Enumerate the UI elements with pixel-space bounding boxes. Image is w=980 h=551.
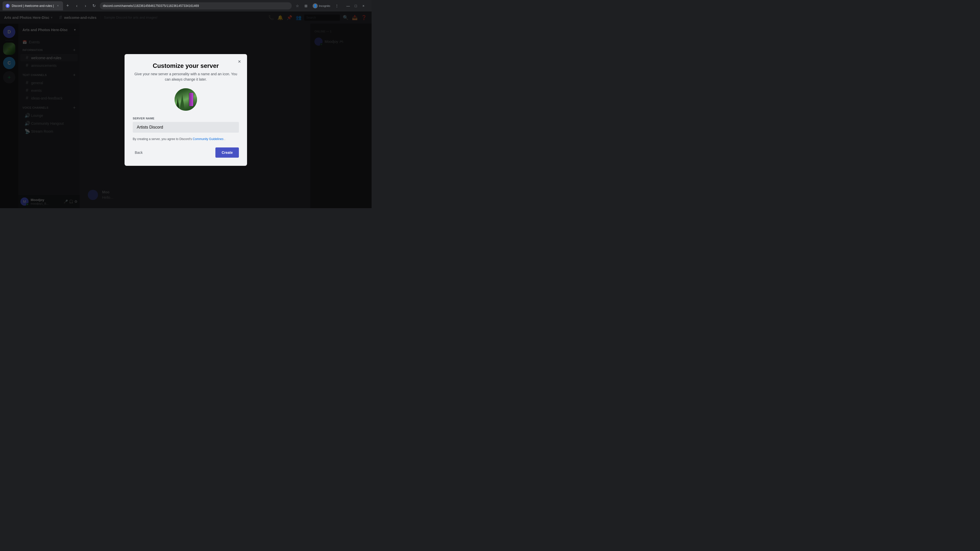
address-bar[interactable]: discord.com/channels/1182361456461750375… bbox=[100, 2, 292, 10]
tab-title: Discord | #welcome-and-rules | bbox=[12, 4, 54, 8]
forward-button[interactable]: › bbox=[82, 2, 89, 10]
tab-favicon: D bbox=[6, 4, 10, 8]
community-guidelines-link[interactable]: Community Guidelines bbox=[192, 137, 224, 141]
back-button[interactable]: Back bbox=[133, 148, 145, 157]
back-button[interactable]: ‹ bbox=[73, 2, 80, 10]
modal-subtitle: Give your new server a personality with … bbox=[133, 71, 239, 82]
tab-bar: D Discord | #welcome-and-rules | × + bbox=[3, 0, 71, 11]
browser-chrome: D Discord | #welcome-and-rules | × + ‹ ›… bbox=[0, 0, 372, 11]
new-tab-button[interactable]: + bbox=[64, 2, 71, 10]
modal-close-button[interactable]: × bbox=[236, 58, 243, 65]
incognito-badge: 👤 Incognito bbox=[311, 3, 332, 8]
discord-app: Arts and Photos Here-Disc ▾ # welcome-an… bbox=[0, 11, 372, 208]
modal-title: Customize your server bbox=[153, 62, 219, 69]
minimize-button[interactable]: — bbox=[345, 2, 352, 10]
browser-nav: ‹ › ↻ bbox=[71, 2, 100, 10]
server-avatar-book-spine bbox=[189, 93, 193, 106]
window-controls: — □ × bbox=[342, 2, 369, 10]
customize-server-modal: × Customize your server Give your new se… bbox=[124, 54, 247, 166]
agree-text: By creating a server, you agree to Disco… bbox=[133, 137, 225, 141]
more-button[interactable]: ⋮ bbox=[333, 2, 340, 10]
refresh-button[interactable]: ↻ bbox=[91, 2, 98, 10]
server-name-label: SERVER NAME bbox=[133, 117, 154, 120]
close-window-button[interactable]: × bbox=[360, 2, 367, 10]
modal-footer: Back Create bbox=[133, 148, 239, 158]
extensions-button[interactable]: ⊞ bbox=[302, 2, 310, 10]
modal-overlay: × Customize your server Give your new se… bbox=[0, 11, 372, 208]
address-text: discord.com/channels/1182361456461750375… bbox=[103, 4, 289, 8]
create-button[interactable]: Create bbox=[215, 148, 239, 158]
star-button[interactable]: ☆ bbox=[294, 2, 301, 10]
active-tab[interactable]: D Discord | #welcome-and-rules | × bbox=[3, 1, 63, 11]
browser-actions: ☆ ⊞ 👤 Incognito ⋮ bbox=[292, 2, 342, 10]
server-name-input[interactable] bbox=[133, 122, 239, 133]
server-avatar-upload[interactable] bbox=[175, 88, 197, 111]
maximize-button[interactable]: □ bbox=[352, 2, 360, 10]
tab-close-button[interactable]: × bbox=[56, 4, 60, 8]
